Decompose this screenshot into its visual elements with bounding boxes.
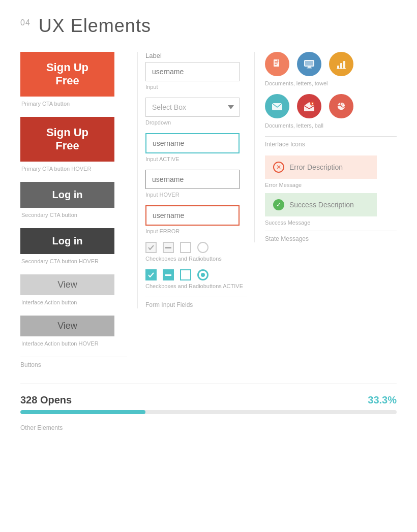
opens-label: 328 Opens [20,394,72,406]
success-message-box: ✓ Success Description [265,193,377,216]
icons-row2-label: Documents, letters, ball [265,122,397,129]
radio-active[interactable] [197,269,208,280]
buttons-section-label: Buttons [20,357,127,368]
checkbox-active-minus[interactable] [163,269,174,280]
checkboxes-active-label: Checkboxes and Radiobuttons ACTIVE [145,283,247,289]
secondary-cta-button[interactable]: Log in [20,182,114,208]
progress-bar-fill [20,410,145,414]
svg-rect-16 [312,103,313,104]
svg-rect-12 [343,61,345,69]
form-section-label: Form Input Fields [145,297,247,308]
btn1-desc: Primary CTA button [21,101,127,107]
form-section: Label Input Select Box Dropdown Input AC… [137,52,254,308]
checkboxes-label: Checkboxes and Radiobuttons [145,256,247,262]
input-hover[interactable] [145,170,240,189]
input-normal[interactable] [145,62,240,81]
checkbox-inactive-empty[interactable] [180,242,191,253]
ball-icon [329,94,353,118]
svg-rect-9 [307,68,312,69]
error-icon: ✕ [273,162,284,173]
other-elements-section: 328 Opens 33.3% Other Elements [20,384,397,431]
svg-rect-5 [275,64,277,65]
icons-row-1 [265,52,397,76]
btn3-desc: Secondary CTA button [21,212,127,218]
svg-rect-11 [340,63,342,69]
page-title: 04 UX Elements [20,15,397,37]
checkbox-inactive-checked[interactable] [145,242,157,253]
input-active[interactable] [145,133,240,153]
svg-rect-10 [337,66,339,69]
progress-bar-background [20,410,397,414]
chart-icon [329,52,353,76]
interface-icons-label: Interface Icons [265,136,397,148]
checkbox-inactive-minus[interactable] [163,242,174,253]
buttons-section: Sign Up Free Primary CTA button Sign Up … [20,52,137,368]
document-icon [265,52,289,76]
btn5-desc: Interface Action button [21,299,127,305]
icons-row1-label: Documents, letters, towel [265,80,397,86]
radio-inactive[interactable] [197,242,208,253]
form-label-text: Label [145,52,247,59]
progress-section: 328 Opens 33.3% [20,394,397,414]
mail-icon [265,94,289,118]
dropdown-label: Dropdown [145,119,247,126]
checkboxes-inactive-row [145,242,247,253]
input-normal-label: Input [145,84,247,90]
checkboxes-active-row [145,269,247,280]
interface-action-button[interactable]: View [20,274,114,295]
input-active-label: Input ACTIVE [145,156,247,162]
btn6-desc: Interface Action button HOVER [21,340,127,347]
error-message-box: ✕ Error Description [265,155,377,179]
select-box[interactable]: Select Box [145,98,240,117]
btn4-desc: Secondary CTA button HOVER [21,258,127,264]
state-section-label: State Messages [265,231,397,242]
percent-label: 33.3% [368,394,397,406]
input-hover-label: Input HOVER [145,192,247,198]
svg-rect-0 [165,247,171,248]
input-error[interactable] [145,205,240,226]
checkbox-active-empty[interactable] [180,269,191,280]
svg-rect-1 [165,274,171,276]
btn2-desc: Primary CTA button HOVER [21,166,127,172]
other-elements-label: Other Elements [20,424,397,431]
success-icon: ✓ [273,199,284,210]
icons-section: Documents, letters, towel [254,52,397,242]
input-error-label: Input ERROR [145,228,247,234]
success-label: Success Message [265,220,397,226]
success-description: Success Description [289,201,354,209]
checkbox-active-checked[interactable] [145,269,157,280]
svg-rect-8 [308,67,311,68]
icons-row-2 [265,94,397,118]
title-text: UX Elements [39,15,151,36]
svg-rect-7 [305,61,313,66]
error-label: Error Message [265,182,397,188]
mail-open-icon [297,94,321,118]
svg-rect-4 [275,62,278,64]
error-description: Error Description [289,163,343,171]
interface-action-hover-button[interactable]: View [20,316,114,336]
primary-cta-hover-button[interactable]: Sign Up Free [20,117,114,162]
primary-cta-button[interactable]: Sign Up Free [20,52,114,97]
page-number: 04 [20,18,31,27]
svg-rect-17 [312,105,313,106]
monitor-icon [297,52,321,76]
secondary-cta-hover-button[interactable]: Log in [20,228,114,254]
